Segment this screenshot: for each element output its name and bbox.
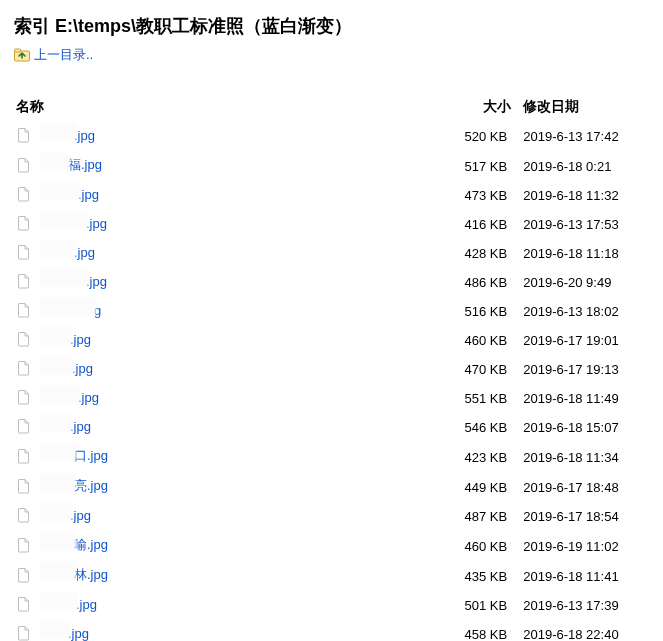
table-row: .jpg473 KB2019-6-18 11:32 (8, 181, 655, 210)
table-row: .jpg458 KB2019-6-18 22:40 (8, 620, 655, 641)
file-date: 2019-6-18 22:40 (515, 620, 655, 641)
file-date: 2019-6-17 19:13 (515, 355, 655, 384)
file-icon (16, 507, 32, 523)
table-row: 亮.jpg449 KB2019-6-17 18:48 (8, 472, 655, 502)
file-date: 2019-6-18 0:21 (515, 151, 655, 181)
file-date: 2019-6-13 17:53 (515, 210, 655, 239)
table-row: .jpg470 KB2019-6-17 19:13 (8, 355, 655, 384)
redaction-smudge (40, 182, 80, 200)
title-prefix: 索引 (14, 16, 55, 36)
file-icon (16, 478, 32, 494)
column-header-name[interactable]: 名称 (8, 94, 445, 122)
svg-rect-1 (15, 49, 21, 52)
redaction-smudge (40, 443, 76, 461)
file-date: 2019-6-18 11:32 (515, 181, 655, 210)
file-icon (16, 389, 32, 405)
file-size: 460 KB (445, 531, 515, 561)
redaction-smudge (40, 240, 76, 258)
file-date: 2019-6-18 15:07 (515, 413, 655, 442)
file-icon (16, 537, 32, 553)
file-icon (16, 157, 32, 173)
file-date: 2019-6-18 11:41 (515, 561, 655, 591)
file-icon (16, 186, 32, 202)
redaction-smudge (40, 592, 78, 610)
file-icon (16, 625, 32, 641)
redaction-smudge (40, 298, 96, 316)
file-date: 2019-6-13 18:02 (515, 297, 655, 326)
table-row: 林.jpg435 KB2019-6-18 11:41 (8, 561, 655, 591)
file-date: 2019-6-13 17:39 (515, 591, 655, 620)
table-row: .jpg501 KB2019-6-13 17:39 (8, 591, 655, 620)
file-icon (16, 244, 32, 260)
table-row: 口.jpg423 KB2019-6-18 11:34 (8, 442, 655, 472)
redaction-smudge (40, 123, 76, 141)
file-size: 458 KB (445, 620, 515, 641)
file-icon (16, 302, 32, 318)
file-size: 486 KB (445, 268, 515, 297)
file-date: 2019-6-18 11:49 (515, 384, 655, 413)
file-size: 551 KB (445, 384, 515, 413)
file-date: 2019-6-20 9:49 (515, 268, 655, 297)
file-icon (16, 360, 32, 376)
redaction-smudge (40, 152, 70, 170)
parent-directory-link[interactable]: 上一目录.. (14, 46, 93, 64)
redaction-smudge (40, 327, 72, 345)
file-icon (16, 331, 32, 347)
file-size: 473 KB (445, 181, 515, 210)
title-path: E:\temps\教职工标准照（蓝白渐变） (55, 16, 352, 36)
file-date: 2019-6-18 11:18 (515, 239, 655, 268)
table-row: .jpg416 KB2019-6-13 17:53 (8, 210, 655, 239)
table-row: .jpg551 KB2019-6-18 11:49 (8, 384, 655, 413)
column-header-date[interactable]: 修改日期 (515, 94, 655, 122)
redaction-smudge (40, 621, 70, 639)
file-size: 501 KB (445, 591, 515, 620)
page-title: 索引 E:\temps\教职工标准照（蓝白渐变） (8, 6, 655, 44)
parent-directory-row: 上一目录.. (8, 44, 655, 74)
parent-directory-label: 上一目录.. (34, 46, 93, 64)
table-row: .jpg487 KB2019-6-17 18:54 (8, 502, 655, 531)
table-row: 喻.jpg460 KB2019-6-19 11:02 (8, 531, 655, 561)
table-row: .jpg460 KB2019-6-17 19:01 (8, 326, 655, 355)
file-date: 2019-6-18 11:34 (515, 442, 655, 472)
table-row: g516 KB2019-6-13 18:02 (8, 297, 655, 326)
file-size: 449 KB (445, 472, 515, 502)
file-icon (16, 215, 32, 231)
redaction-smudge (40, 473, 76, 491)
table-row: .jpg520 KB2019-6-13 17:42 (8, 122, 655, 151)
table-row: .jpg486 KB2019-6-20 9:49 (8, 268, 655, 297)
redaction-smudge (40, 414, 72, 432)
file-size: 428 KB (445, 239, 515, 268)
file-size: 517 KB (445, 151, 515, 181)
file-icon (16, 567, 32, 583)
file-size: 460 KB (445, 326, 515, 355)
redaction-smudge (40, 503, 72, 521)
file-size: 423 KB (445, 442, 515, 472)
redaction-smudge (40, 211, 88, 229)
file-size: 416 KB (445, 210, 515, 239)
redaction-smudge (40, 269, 88, 287)
file-icon (16, 273, 32, 289)
file-date: 2019-6-17 18:48 (515, 472, 655, 502)
table-row: .jpg428 KB2019-6-18 11:18 (8, 239, 655, 268)
file-date: 2019-6-13 17:42 (515, 122, 655, 151)
file-icon (16, 448, 32, 464)
file-icon (16, 596, 32, 612)
file-listing-table: 名称 大小 修改日期 .jpg520 KB2019-6-13 17:42福.jp… (8, 94, 655, 641)
redaction-smudge (40, 356, 74, 374)
file-size: 516 KB (445, 297, 515, 326)
file-date: 2019-6-19 11:02 (515, 531, 655, 561)
file-date: 2019-6-17 18:54 (515, 502, 655, 531)
file-icon (16, 418, 32, 434)
file-size: 520 KB (445, 122, 515, 151)
file-icon (16, 127, 32, 143)
file-size: 546 KB (445, 413, 515, 442)
table-row: .jpg546 KB2019-6-18 15:07 (8, 413, 655, 442)
file-size: 470 KB (445, 355, 515, 384)
file-size: 487 KB (445, 502, 515, 531)
redaction-smudge (40, 385, 80, 403)
column-header-size[interactable]: 大小 (445, 94, 515, 122)
file-date: 2019-6-17 19:01 (515, 326, 655, 355)
table-row: 福.jpg517 KB2019-6-18 0:21 (8, 151, 655, 181)
folder-up-icon (14, 47, 30, 63)
redaction-smudge (40, 532, 76, 550)
